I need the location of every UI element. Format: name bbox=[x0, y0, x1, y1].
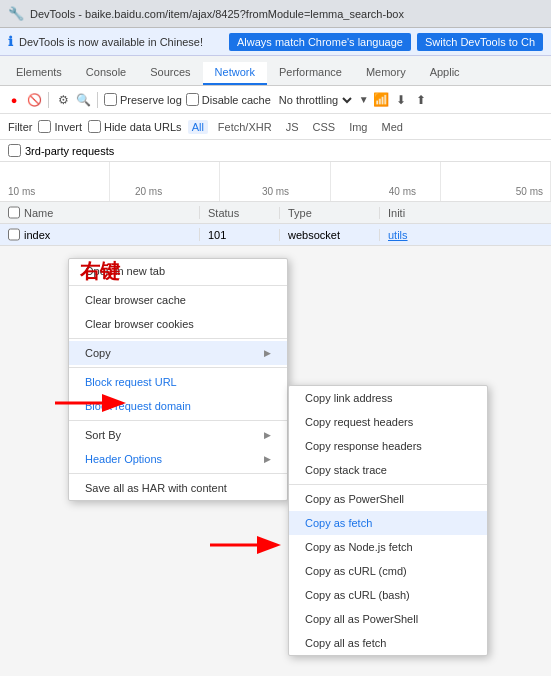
timeline-gridlines bbox=[0, 162, 551, 201]
devtools-icon: 🔧 bbox=[8, 6, 24, 21]
ctx-clear-cookies[interactable]: Clear browser cookies bbox=[69, 312, 287, 336]
sub-context-menu: Copy link address Copy request headers C… bbox=[288, 385, 488, 656]
arrow-2-icon bbox=[205, 530, 285, 562]
sub-ctx-copy-link[interactable]: Copy link address bbox=[289, 386, 487, 410]
sub-ctx-copy-curl-bash[interactable]: Copy as cURL (bash) bbox=[289, 583, 487, 607]
import-icon[interactable]: ⬇ bbox=[393, 92, 409, 108]
disable-cache-label[interactable]: Disable cache bbox=[186, 93, 271, 106]
hide-data-checkbox[interactable] bbox=[88, 120, 101, 133]
col-type-header[interactable]: Type bbox=[280, 207, 380, 219]
sub-ctx-copy-res-headers[interactable]: Copy response headers bbox=[289, 434, 487, 458]
tab-console[interactable]: Console bbox=[74, 62, 138, 85]
right-click-label: 右键 bbox=[80, 258, 120, 285]
sub-ctx-copy-powershell[interactable]: Copy as PowerShell bbox=[289, 487, 487, 511]
filter-label: Filter bbox=[8, 121, 32, 133]
tab-performance[interactable]: Performance bbox=[267, 62, 354, 85]
ctx-sep-1 bbox=[69, 285, 287, 286]
sub-ctx-copy-all-powershell[interactable]: Copy all as PowerShell bbox=[289, 607, 487, 631]
invert-label[interactable]: Invert bbox=[38, 120, 82, 133]
row-checkbox[interactable] bbox=[8, 228, 20, 241]
sub-ctx-copy-nodejs[interactable]: Copy as Node.js fetch bbox=[289, 535, 487, 559]
sub-ctx-copy-req-headers[interactable]: Copy request headers bbox=[289, 410, 487, 434]
invert-checkbox[interactable] bbox=[38, 120, 51, 133]
throttle-select[interactable]: No throttling bbox=[275, 93, 355, 107]
cell-name: index bbox=[0, 228, 200, 241]
third-party-checkbox[interactable] bbox=[8, 144, 21, 157]
sub-ctx-copy-stack[interactable]: Copy stack trace bbox=[289, 458, 487, 482]
ctx-save-har[interactable]: Save all as HAR with content bbox=[69, 476, 287, 500]
preserve-log-label[interactable]: Preserve log bbox=[104, 93, 182, 106]
tab-memory[interactable]: Memory bbox=[354, 62, 418, 85]
filter-img-button[interactable]: Img bbox=[345, 120, 371, 134]
cell-status: 101 bbox=[200, 229, 280, 241]
ctx-sep-3 bbox=[69, 367, 287, 368]
select-all-checkbox[interactable] bbox=[8, 206, 20, 219]
col-status-header[interactable]: Status bbox=[200, 207, 280, 219]
timeline: 10 ms 20 ms 30 ms 40 ms 50 ms bbox=[0, 162, 551, 202]
tab-elements[interactable]: Elements bbox=[4, 62, 74, 85]
search-icon[interactable]: 🔍 bbox=[75, 92, 91, 108]
ctx-copy[interactable]: Copy bbox=[69, 341, 287, 365]
col-initiator-header[interactable]: Initi bbox=[380, 207, 551, 219]
filter-js-button[interactable]: JS bbox=[282, 120, 303, 134]
sub-ctx-copy-all-fetch[interactable]: Copy all as fetch bbox=[289, 631, 487, 655]
cell-initiator[interactable]: utils bbox=[380, 229, 551, 241]
table-row[interactable]: index 101 websocket utils bbox=[0, 224, 551, 246]
export-icon[interactable]: ⬆ bbox=[413, 92, 429, 108]
ctx-sep-5 bbox=[69, 473, 287, 474]
title-bar-text: DevTools - baike.baidu.com/item/ajax/842… bbox=[30, 8, 543, 20]
ctx-sep-2 bbox=[69, 338, 287, 339]
filter-css-button[interactable]: CSS bbox=[309, 120, 340, 134]
toolbar-sep-2 bbox=[97, 92, 98, 108]
third-party-bar: 3rd-party requests bbox=[0, 140, 551, 162]
tab-network[interactable]: Network bbox=[203, 62, 267, 85]
title-bar: 🔧 DevTools - baike.baidu.com/item/ajax/8… bbox=[0, 0, 551, 28]
filter-fetch-button[interactable]: Fetch/XHR bbox=[214, 120, 276, 134]
filter-media-button[interactable]: Med bbox=[377, 120, 406, 134]
switch-devtools-button[interactable]: Switch DevTools to Ch bbox=[417, 33, 543, 51]
toolbar: ● 🚫 ⚙ 🔍 Preserve log Disable cache No th… bbox=[0, 86, 551, 114]
info-bar: ℹ DevTools is now available in Chinese! … bbox=[0, 28, 551, 56]
toolbar-sep-1 bbox=[48, 92, 49, 108]
tab-application[interactable]: Applic bbox=[418, 62, 472, 85]
third-party-label: 3rd-party requests bbox=[25, 145, 114, 157]
sub-ctx-copy-curl-cmd[interactable]: Copy as cURL (cmd) bbox=[289, 559, 487, 583]
throttle-arrow-icon: ▼ bbox=[359, 94, 369, 105]
cell-type: websocket bbox=[280, 229, 380, 241]
ctx-sort-by[interactable]: Sort By bbox=[69, 423, 287, 447]
filter-bar: Filter Invert Hide data URLs All Fetch/X… bbox=[0, 114, 551, 140]
ctx-clear-cache[interactable]: Clear browser cache bbox=[69, 288, 287, 312]
info-bar-text: DevTools is now available in Chinese! bbox=[19, 36, 223, 48]
filter-all-button[interactable]: All bbox=[188, 120, 208, 134]
disable-cache-checkbox[interactable] bbox=[186, 93, 199, 106]
record-stop-icon[interactable]: ● bbox=[6, 92, 22, 108]
hide-data-label[interactable]: Hide data URLs bbox=[88, 120, 182, 133]
preserve-log-checkbox[interactable] bbox=[104, 93, 117, 106]
context-menu: Open in new tab Clear browser cache Clea… bbox=[68, 258, 288, 501]
clear-icon[interactable]: 🚫 bbox=[26, 92, 42, 108]
sub-ctx-sep-1 bbox=[289, 484, 487, 485]
match-language-button[interactable]: Always match Chrome's language bbox=[229, 33, 411, 51]
filter-icon[interactable]: ⚙ bbox=[55, 92, 71, 108]
col-name-header[interactable]: Name bbox=[0, 206, 200, 219]
wifi-icon[interactable]: 📶 bbox=[373, 92, 389, 108]
info-icon: ℹ bbox=[8, 34, 13, 49]
tab-bar: Elements Console Sources Network Perform… bbox=[0, 56, 551, 86]
arrow-1-icon bbox=[50, 388, 130, 420]
table-header: Name Status Type Initi bbox=[0, 202, 551, 224]
sub-ctx-copy-fetch[interactable]: Copy as fetch bbox=[289, 511, 487, 535]
ctx-sep-4 bbox=[69, 420, 287, 421]
tab-sources[interactable]: Sources bbox=[138, 62, 202, 85]
ctx-header-options[interactable]: Header Options bbox=[69, 447, 287, 471]
